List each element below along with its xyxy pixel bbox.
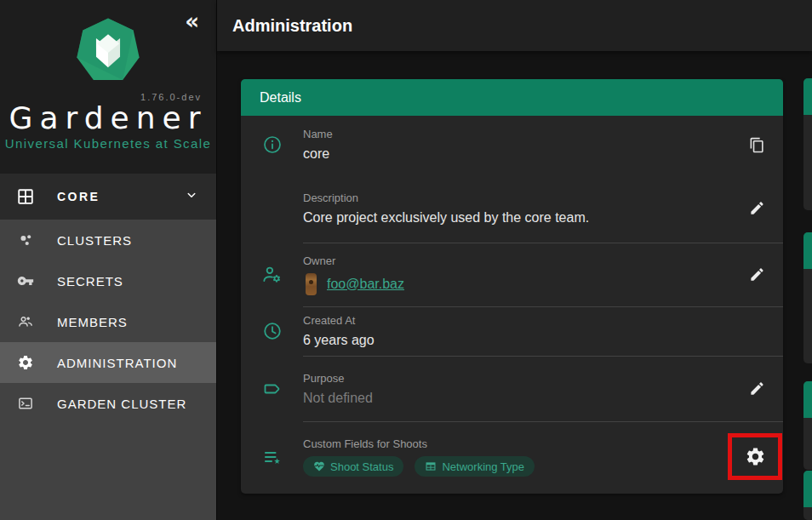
members-icon	[15, 311, 36, 332]
settings-gear-icon	[745, 446, 766, 467]
sidebar-nav: CLUSTERS SECRETS MEMBERS	[0, 220, 216, 424]
page-title: Administration	[232, 16, 352, 36]
edit-description-button[interactable]	[744, 195, 770, 221]
logo-area: « 1.76.0-dev Gardener Universal Kubernet…	[0, 0, 216, 174]
sidebar: « 1.76.0-dev Gardener Universal Kubernet…	[0, 0, 217, 520]
field-value: core	[303, 146, 730, 162]
card-sliver	[803, 78, 812, 210]
card-sliver	[803, 381, 812, 470]
gardener-logo-icon	[75, 17, 141, 83]
chip-label: Shoot Status	[330, 460, 393, 473]
chip-shoot-status: Shoot Status	[303, 456, 403, 477]
field-label: Name	[303, 128, 730, 140]
field-label: Created At	[303, 314, 730, 327]
clusters-icon	[15, 230, 36, 250]
detail-row-name: Name core	[241, 116, 783, 174]
chip-label: Networking Type	[442, 460, 524, 473]
chevron-down-icon	[184, 187, 199, 206]
field-label: Purpose	[303, 372, 730, 385]
sidebar-item-administration[interactable]: ADMINISTRATION	[0, 342, 216, 383]
owner-email-link[interactable]: foo@bar.baz	[327, 277, 404, 292]
sidebar-item-label: ADMINISTRATION	[57, 356, 177, 370]
edit-purpose-button[interactable]	[744, 375, 770, 402]
custom-fields-chips: Shoot Status Networking Type	[303, 456, 730, 477]
detail-row-description: Description Core project exclusively use…	[241, 174, 783, 243]
sidebar-collapse-button[interactable]: «	[185, 10, 199, 32]
info-icon	[241, 134, 303, 155]
detail-row-purpose: Purpose Not defined	[241, 356, 783, 421]
tag-icon	[241, 379, 303, 399]
copy-button[interactable]	[744, 132, 770, 158]
field-value: 6 years ago	[303, 333, 730, 348]
chip-networking-type: Networking Type	[415, 456, 535, 477]
section-label: CORE	[57, 190, 184, 203]
sidebar-item-clusters[interactable]: CLUSTERS	[0, 220, 216, 260]
field-value: Not defined	[303, 391, 730, 406]
sidebar-item-garden-cluster[interactable]: GARDEN CLUSTER	[0, 383, 216, 424]
table-icon	[425, 460, 437, 472]
card-title: Details	[260, 90, 301, 106]
sidebar-item-label: GARDEN CLUSTER	[57, 397, 186, 411]
grid-icon	[15, 186, 36, 207]
app-toolbar: Administration	[217, 0, 812, 51]
sidebar-item-label: SECRETS	[57, 274, 123, 289]
sidebar-item-label: CLUSTERS	[57, 233, 132, 248]
console-icon	[15, 393, 36, 414]
detail-row-owner: Owner foo@bar.baz	[241, 243, 783, 306]
sidebar-item-label: MEMBERS	[57, 315, 128, 329]
list-star-icon	[241, 447, 303, 467]
main-content: Details Name core	[217, 51, 812, 520]
detail-row-created-at: Created At 6 years ago	[241, 306, 783, 356]
heart-pulse-icon	[313, 460, 325, 472]
key-icon	[15, 271, 36, 291]
field-label: Description	[303, 191, 730, 204]
brand-title: Gardener	[0, 100, 216, 135]
brand-tagline: Universal Kubernetes at Scale	[0, 136, 216, 151]
card-sliver	[803, 471, 812, 520]
owner-avatar	[306, 273, 317, 295]
account-gear-icon	[241, 264, 303, 285]
details-card: Details Name core	[241, 79, 783, 494]
detail-row-custom-fields: Custom Fields for Shoots Shoot Status	[241, 421, 783, 493]
sidebar-item-members[interactable]: MEMBERS	[0, 301, 216, 342]
field-label: Custom Fields for Shoots	[303, 437, 730, 450]
sidebar-section-core[interactable]: CORE	[0, 174, 216, 220]
configure-custom-fields-button[interactable]	[740, 441, 771, 472]
gear-icon	[15, 352, 36, 373]
card-sliver	[803, 232, 812, 363]
field-value: Core project exclusively used by the cor…	[303, 210, 730, 226]
annotation-highlight-box	[728, 433, 782, 480]
sidebar-item-secrets[interactable]: SECRETS	[0, 260, 216, 301]
edit-owner-button[interactable]	[744, 261, 770, 288]
details-card-header: Details	[241, 79, 783, 116]
field-label: Owner	[303, 254, 730, 267]
clock-icon	[241, 321, 303, 341]
